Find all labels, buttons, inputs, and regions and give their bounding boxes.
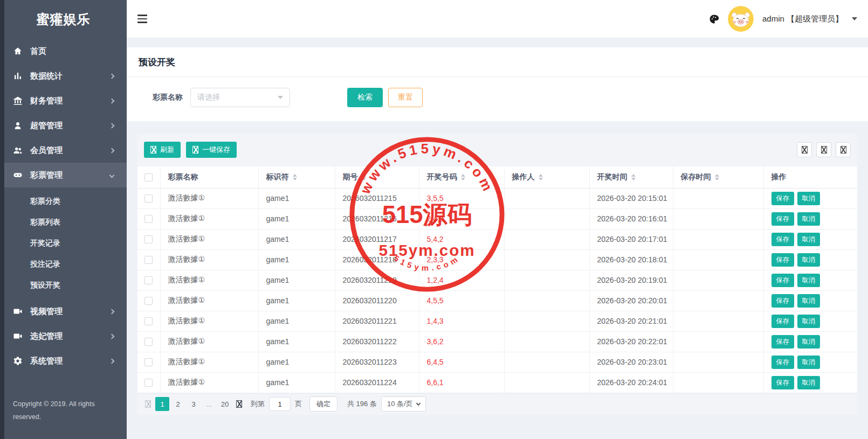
row-checkbox[interactable]: [144, 358, 153, 366]
cancel-row-button[interactable]: 取消: [797, 315, 820, 328]
user-avatar[interactable]: [728, 6, 754, 32]
select-all-checkbox[interactable]: [144, 173, 153, 182]
row-checkbox[interactable]: [144, 276, 153, 284]
user-menu[interactable]: admin 【超级管理员】: [762, 14, 843, 24]
cancel-row-button[interactable]: 取消: [797, 294, 820, 308]
save-row-button[interactable]: 保存: [771, 335, 794, 349]
page-number-1[interactable]: 1: [155, 397, 169, 411]
column-header-4[interactable]: 操作人: [504, 166, 589, 188]
theme-palette-icon[interactable]: [709, 14, 719, 24]
page-size-select[interactable]: 10 条/页: [381, 396, 426, 412]
sidebar-toggle-icon[interactable]: [137, 15, 148, 23]
cell-actions: 保存取消: [763, 208, 857, 229]
save-all-button[interactable]: 一键保存: [186, 142, 237, 158]
save-row-button[interactable]: 保存: [771, 253, 794, 267]
topbar: admin 【超级管理员】: [127, 0, 868, 38]
goto-confirm-button[interactable]: 确定: [309, 396, 337, 412]
cell-issue: 2026032011224: [335, 372, 419, 393]
toolbar-icon-button-3[interactable]: [836, 142, 851, 157]
save-row-button[interactable]: 保存: [771, 192, 794, 205]
sort-icon[interactable]: [715, 174, 719, 180]
sidebar-item-statistics[interactable]: 数据统计: [0, 64, 127, 88]
sort-icon[interactable]: [461, 174, 465, 180]
save-row-button[interactable]: 保存: [771, 274, 794, 287]
cell-name: 激活數據①: [160, 229, 258, 249]
sidebar-item-lottery[interactable]: 彩票管理: [0, 163, 127, 187]
next-page-button[interactable]: [236, 400, 242, 408]
row-checkbox[interactable]: [144, 317, 153, 325]
cell-name: 激活數據①: [160, 290, 258, 311]
save-row-button[interactable]: 保存: [771, 212, 794, 226]
table-tool-icons: [797, 142, 851, 157]
row-checkbox[interactable]: [144, 215, 153, 223]
toolbar-icon-button-1[interactable]: [797, 142, 812, 157]
lottery-name-select[interactable]: 请选择: [190, 88, 290, 107]
cancel-row-button[interactable]: 取消: [797, 212, 820, 226]
sidebar-item-members[interactable]: 会员管理: [0, 138, 127, 163]
page-number-3[interactable]: 3: [187, 397, 201, 411]
toolbar-icon-button-2[interactable]: [816, 142, 831, 157]
row-checkbox-cell: [137, 270, 160, 290]
reset-button[interactable]: 重置: [388, 88, 423, 107]
cancel-row-button[interactable]: 取消: [797, 192, 820, 205]
column-header-5[interactable]: 开奖时间: [589, 166, 673, 188]
sidebar-item-system[interactable]: 系统管理: [0, 349, 127, 373]
sidebar-item-home[interactable]: 首页: [0, 39, 127, 64]
user-dropdown-caret-icon[interactable]: [852, 17, 857, 20]
search-button[interactable]: 检索: [347, 88, 383, 107]
sidebar-item-superadmin[interactable]: 超管管理: [0, 113, 127, 138]
cancel-row-button[interactable]: 取消: [797, 233, 820, 246]
cell-draw: 2026-03-20 20:16:01: [589, 208, 673, 229]
cancel-row-button[interactable]: 取消: [797, 335, 820, 349]
row-checkbox[interactable]: [144, 194, 153, 203]
cell-code: game1: [258, 331, 335, 352]
goto-page-input[interactable]: [269, 397, 291, 411]
table-row: 激活數據①game120260320112246,6,12026-03-20 2…: [137, 372, 857, 393]
select-placeholder: 请选择: [197, 93, 220, 102]
row-checkbox[interactable]: [144, 235, 153, 243]
cancel-row-button[interactable]: 取消: [797, 274, 820, 287]
row-checkbox[interactable]: [144, 379, 153, 387]
preset-draw-table: 彩票名称标识符期号开奖号码操作人开奖时间保存时间操作 激活數據①game1202…: [137, 166, 857, 393]
sidebar-subitem-lottery-list[interactable]: 彩票列表: [0, 212, 127, 233]
column-header-3[interactable]: 开奖号码: [419, 166, 504, 188]
prev-page-button[interactable]: [145, 400, 151, 408]
page-number-2[interactable]: 2: [171, 397, 185, 411]
sidebar-item-video[interactable]: 视频管理: [0, 299, 127, 324]
refresh-button[interactable]: 刷新: [144, 142, 181, 158]
sidebar-item-xuanfei[interactable]: 选妃管理: [0, 324, 127, 349]
pagination-bar: 123...20 到第 页 确定 共 196 条 10 条/页: [137, 393, 857, 415]
row-checkbox[interactable]: [144, 338, 153, 346]
sidebar-item-finance[interactable]: 财务管理: [0, 88, 127, 113]
cell-name: 激活數據①: [160, 372, 258, 393]
row-checkbox[interactable]: [144, 297, 153, 305]
sidebar-subitem-bet-records[interactable]: 投注记录: [0, 254, 127, 275]
cell-code: game1: [258, 208, 335, 229]
column-header-1[interactable]: 标识符: [258, 166, 335, 188]
sort-icon[interactable]: [293, 174, 297, 180]
cancel-row-button[interactable]: 取消: [797, 376, 820, 389]
cancel-row-button[interactable]: 取消: [797, 356, 820, 369]
sort-icon[interactable]: [539, 174, 543, 180]
save-row-button[interactable]: 保存: [771, 376, 794, 389]
save-row-button[interactable]: 保存: [771, 315, 794, 328]
video-camera-icon: [13, 306, 23, 316]
sidebar-scrollbar[interactable]: [0, 0, 4, 439]
sort-icon[interactable]: [362, 174, 366, 180]
goto-suffix-label: 页: [295, 399, 302, 409]
page-size-value: 10 条/页: [387, 399, 413, 409]
column-header-2[interactable]: 期号: [335, 166, 419, 188]
page-number-20[interactable]: 20: [218, 397, 232, 411]
sidebar-subitem-lottery-category[interactable]: 彩票分类: [0, 191, 127, 212]
column-header-6[interactable]: 保存时间: [673, 166, 763, 188]
save-row-button[interactable]: 保存: [771, 233, 794, 246]
sidebar-subitem-draw-records[interactable]: 开奖记录: [0, 233, 127, 254]
row-checkbox[interactable]: [144, 256, 153, 264]
column-label: 标识符: [266, 172, 289, 181]
cell-actions: 保存取消: [763, 229, 857, 249]
sort-icon[interactable]: [631, 174, 636, 180]
save-row-button[interactable]: 保存: [771, 356, 794, 369]
cancel-row-button[interactable]: 取消: [797, 253, 820, 267]
sidebar-subitem-preset-draw[interactable]: 预设开奖: [0, 275, 127, 296]
save-row-button[interactable]: 保存: [771, 294, 794, 308]
